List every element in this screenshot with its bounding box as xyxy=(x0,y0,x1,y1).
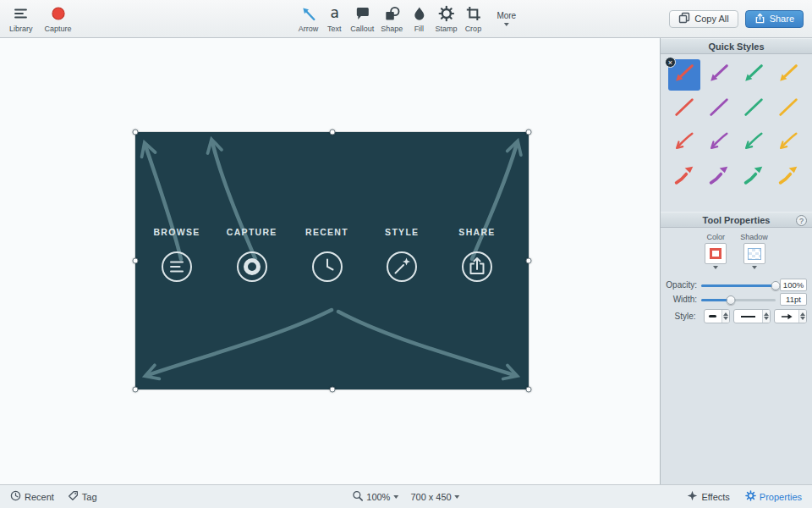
share-button[interactable]: Share xyxy=(745,10,804,28)
chevron-down-icon xyxy=(504,23,509,26)
gear-icon xyxy=(745,490,756,503)
quick-style-swoosh-2[interactable] xyxy=(738,161,770,192)
record-icon xyxy=(233,248,271,285)
quick-style-line-0[interactable] xyxy=(668,93,700,124)
zoom-control[interactable]: 100% xyxy=(352,490,398,503)
tool-callout-button[interactable]: Callout xyxy=(348,0,376,37)
selection-handle[interactable] xyxy=(526,130,532,135)
shadow-swatch[interactable] xyxy=(743,243,765,264)
right-panel: Quick Styles × Tool Properties ? Color S… xyxy=(660,38,812,484)
opacity-value[interactable]: 100% xyxy=(780,279,807,291)
width-row: Width: 11pt xyxy=(661,292,812,306)
quick-style-open-0[interactable] xyxy=(668,127,700,158)
canvas-image[interactable]: BROWSECAPTURERECENTSTYLESHARE xyxy=(135,132,529,389)
share-label: Share xyxy=(770,14,794,24)
quick-style-solid-3[interactable] xyxy=(772,59,804,91)
tool-label: Fill xyxy=(414,25,425,33)
copy-all-button[interactable]: Copy All xyxy=(669,10,738,28)
library-icon xyxy=(13,5,30,22)
stepper-icon[interactable] xyxy=(721,310,729,323)
svg-text:a: a xyxy=(330,5,338,21)
properties-button[interactable]: Properties xyxy=(745,490,802,503)
more-label: More xyxy=(497,11,516,20)
tag-button[interactable]: Tag xyxy=(68,490,97,503)
width-slider[interactable] xyxy=(701,294,776,306)
tool-fill-button[interactable]: Fill xyxy=(407,0,431,37)
quick-style-open-1[interactable] xyxy=(703,127,735,158)
selection-handle[interactable] xyxy=(133,258,139,264)
canvas-size-control[interactable]: 700 x 450 xyxy=(410,492,459,502)
capture-button[interactable]: Capture xyxy=(42,0,74,37)
tool-shape-button[interactable]: Shape xyxy=(378,0,405,37)
recent-label: Recent xyxy=(25,492,54,502)
clock-icon xyxy=(10,490,21,503)
quick-style-solid-0[interactable]: × xyxy=(668,59,700,91)
color-picker[interactable]: Color xyxy=(705,233,727,269)
quick-style-open-3[interactable] xyxy=(772,127,804,158)
line-start-glyph xyxy=(705,315,721,318)
quick-styles-header: Quick Styles xyxy=(661,38,812,54)
selection-handle[interactable] xyxy=(526,258,532,264)
width-slider-thumb[interactable] xyxy=(727,295,736,305)
quick-style-line-1[interactable] xyxy=(703,93,735,124)
quick-style-swoosh-3[interactable] xyxy=(772,161,804,192)
zoom-value: 100% xyxy=(366,492,390,502)
canvas-area[interactable]: BROWSECAPTURERECENTSTYLESHARE xyxy=(0,38,660,484)
style-label: Style: xyxy=(661,312,700,321)
effects-button[interactable]: Effects xyxy=(687,490,729,503)
quick-style-solid-2[interactable] xyxy=(738,59,770,91)
stepper-icon[interactable] xyxy=(798,310,806,323)
tool-stamp-button[interactable]: Stamp xyxy=(432,0,459,37)
tag-label: Tag xyxy=(82,492,97,502)
canvas-item-capture: CAPTURE xyxy=(221,227,283,285)
help-button[interactable]: ? xyxy=(796,215,807,226)
tool-properties-header: Tool Properties ? xyxy=(661,212,812,228)
open-arrow-icon xyxy=(776,130,800,157)
status-bar: Recent Tag 100% 700 x 450 xyxy=(0,484,812,508)
quick-style-swoosh-0[interactable] xyxy=(668,161,700,192)
color-swatch[interactable] xyxy=(705,243,727,264)
chevron-down-icon xyxy=(455,495,460,499)
properties-label: Properties xyxy=(760,492,802,502)
selection-handle[interactable] xyxy=(133,387,139,393)
canvas-item-style: STYLE xyxy=(370,227,433,285)
arrow-end-glyph xyxy=(775,312,798,321)
more-tools-button[interactable]: More xyxy=(497,0,516,37)
style-row: Style: xyxy=(661,309,812,323)
quick-style-solid-1[interactable] xyxy=(703,59,735,91)
opacity-slider-thumb[interactable] xyxy=(771,281,781,290)
selection-handle[interactable] xyxy=(329,387,335,393)
recent-button[interactable]: Recent xyxy=(10,490,54,503)
tool-label: Text xyxy=(327,25,342,33)
line-ending-end-dropdown[interactable] xyxy=(774,309,807,323)
opacity-slider[interactable] xyxy=(701,279,776,291)
swoosh-arrow-icon xyxy=(776,163,800,190)
top-toolbar: Library Capture ArrowaTextCalloutShapeFi… xyxy=(0,0,812,38)
tool-arrow-button[interactable]: Arrow xyxy=(296,0,321,37)
canvas-item-label: SHARE xyxy=(458,227,495,237)
remove-style-badge[interactable]: × xyxy=(665,57,676,68)
swatch-row: Color Shadow xyxy=(661,228,812,278)
shadow-picker[interactable]: Shadow xyxy=(740,233,768,269)
toolbar-right-group: Copy All Share xyxy=(669,10,812,28)
selection-handle[interactable] xyxy=(526,387,532,393)
chevron-down-icon xyxy=(752,266,757,269)
quick-style-line-2[interactable] xyxy=(738,93,770,124)
width-value[interactable]: 11pt xyxy=(780,293,807,306)
tool-crop-button[interactable]: Crop xyxy=(461,0,485,37)
line-style-dropdown[interactable] xyxy=(733,309,771,323)
quick-style-line-3[interactable] xyxy=(772,93,804,124)
stamp-tool-icon xyxy=(437,5,454,22)
tag-icon xyxy=(68,490,79,503)
quick-style-swoosh-1[interactable] xyxy=(703,161,735,192)
quick-styles-title: Quick Styles xyxy=(708,41,764,52)
tool-text-button[interactable]: aText xyxy=(322,0,346,37)
library-button[interactable]: Library xyxy=(7,0,36,37)
stepper-icon[interactable] xyxy=(762,310,770,323)
line-ending-start-dropdown[interactable] xyxy=(704,309,730,323)
selection-handle[interactable] xyxy=(133,130,139,135)
crop-tool-icon xyxy=(464,5,481,22)
quick-style-open-2[interactable] xyxy=(738,127,770,158)
selection-handle[interactable] xyxy=(329,130,335,135)
arrow-tool-icon xyxy=(300,5,317,22)
